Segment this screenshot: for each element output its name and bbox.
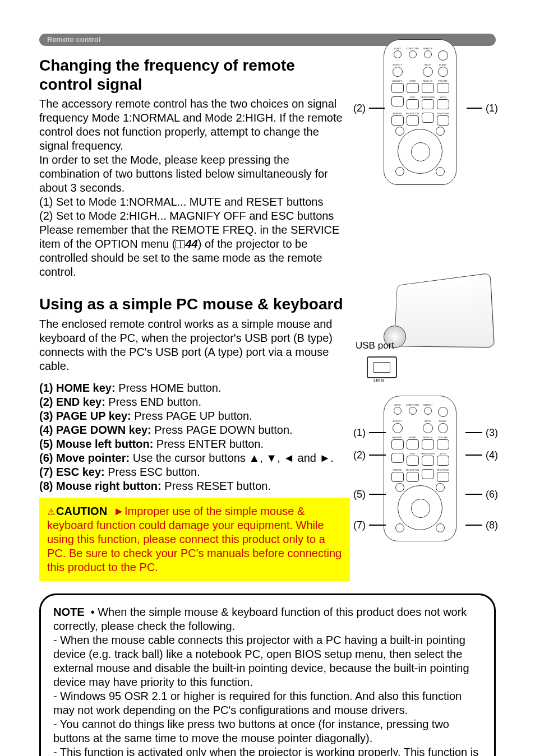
section-changing-frequency: Changing the frequency of remote control…: [39, 50, 496, 279]
annot-2: (2): [353, 102, 366, 115]
note-b3: - You cannot do things like press two bu…: [53, 717, 482, 745]
annot2-5: (5): [353, 488, 366, 501]
para-freq-reminder: Please remember that the REMOTE FREQ. in…: [39, 223, 350, 279]
note-b4: - This function is activated only when t…: [53, 745, 482, 756]
line-mode1: (1) Set to Mode 1:NORMAL... MUTE and RES…: [39, 195, 350, 209]
mouse-key-list: (1) HOME key: Press HOME button. (2) END…: [39, 381, 350, 493]
note-intro: • When the simple mouse & keyboard funct…: [53, 606, 467, 632]
annot2-2: (2): [353, 449, 366, 462]
projector-figure: USB port USB: [356, 278, 490, 384]
section-bar-title: Remote control: [47, 35, 100, 44]
remote-outline: VIDEOCOMPUTERSEARCH ASPECT AUTOBLANK MAG…: [384, 39, 456, 185]
annot2-1: (1): [353, 426, 366, 439]
remote-outline-2: VIDEOCOMPUTERSEARCH ASPECT AUTOBLANK MAG…: [384, 396, 456, 541]
annot2-3: (3): [486, 426, 498, 439]
remote-figure-2: VIDEOCOMPUTERSEARCH ASPECT AUTOBLANK MAG…: [356, 396, 496, 553]
note-b2: - Windows 95 OSR 2.1 or higher is requir…: [53, 689, 482, 717]
warning-icon: [47, 505, 56, 517]
annot-1: (1): [486, 102, 498, 115]
manual-ref-icon: [176, 240, 185, 248]
para-mouse-intro: The enclosed remote control works as a s…: [39, 317, 350, 373]
caution-label: CAUTION: [56, 505, 107, 517]
note-box: NOTE • When the simple mouse & keyboard …: [39, 593, 496, 756]
heading-changing-frequency: Changing the frequency of remote control…: [39, 56, 350, 94]
annot2-7: (7): [353, 519, 366, 532]
note-label: NOTE: [53, 606, 85, 618]
projector-body: [394, 273, 495, 348]
usb-port-icon: [367, 356, 397, 378]
annot2-4: (4): [486, 449, 498, 462]
para-freq-intro: The accessory remote control has the two…: [39, 97, 350, 153]
remote-figure-1: VIDEOCOMPUTERSEARCH ASPECT AUTOBLANK MAG…: [356, 39, 496, 191]
usb-text: USB: [373, 378, 384, 384]
heading-pc-mouse: Using as a simple PC mouse & keyboard: [39, 295, 350, 314]
annot2-8: (8): [486, 519, 498, 532]
note-b1: - When the mouse cable connects this pro…: [53, 633, 482, 689]
manual-page: Remote control Changing the frequency of…: [0, 0, 535, 756]
caution-box: CAUTION ►Improper use of the simple mous…: [39, 498, 350, 581]
usb-port-label: USB port: [356, 340, 394, 351]
section-pc-mouse: Using as a simple PC mouse & keyboard Th…: [39, 289, 496, 581]
line-mode2: (2) Set to Mode 2:HIGH... MAGNIFY OFF an…: [39, 209, 350, 223]
para-freq-setmode: In order to set the Mode, please keep pr…: [39, 153, 350, 195]
annot2-6: (6): [486, 488, 498, 501]
